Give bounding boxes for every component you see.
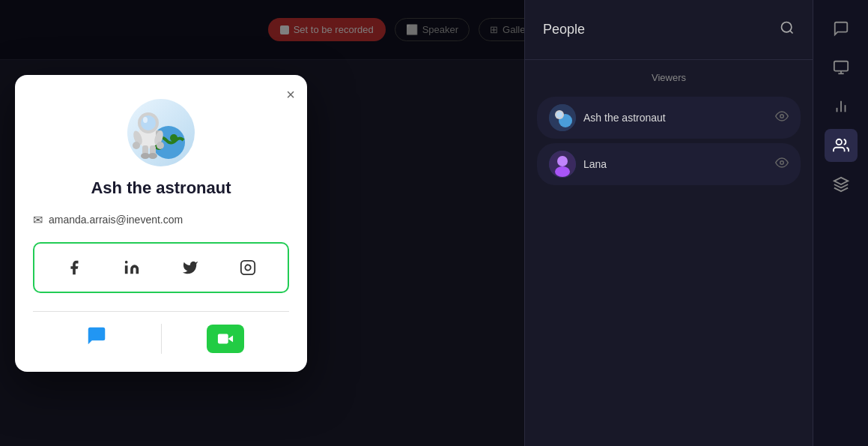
person-left: Ash the astronaut bbox=[549, 104, 666, 131]
people-panel: People Viewers Ash the astronaut bbox=[524, 0, 813, 446]
svg-point-11 bbox=[157, 142, 164, 149]
svg-line-22 bbox=[790, 31, 793, 34]
person-left: Lana bbox=[549, 151, 607, 178]
svg-point-26 bbox=[556, 112, 562, 118]
viewers-label: Viewers bbox=[525, 60, 813, 92]
svg-marker-19 bbox=[228, 335, 232, 342]
svg-point-29 bbox=[557, 156, 568, 166]
svg-rect-32 bbox=[834, 61, 847, 71]
social-links-box bbox=[33, 242, 289, 293]
people-header: People bbox=[525, 0, 813, 60]
svg-point-15 bbox=[148, 153, 157, 159]
svg-point-10 bbox=[133, 142, 140, 149]
avatar bbox=[549, 151, 576, 178]
modal-name: Ash the astronaut bbox=[33, 178, 289, 198]
chat-button[interactable] bbox=[85, 325, 108, 352]
svg-point-38 bbox=[836, 139, 841, 145]
eye-icon bbox=[775, 156, 789, 172]
sidebar-item-chat[interactable] bbox=[825, 12, 858, 45]
avatar bbox=[549, 104, 576, 131]
svg-point-5 bbox=[141, 115, 156, 130]
svg-point-2 bbox=[170, 134, 177, 142]
svg-rect-17 bbox=[241, 260, 255, 274]
chat-action bbox=[33, 325, 161, 352]
svg-point-16 bbox=[125, 260, 128, 263]
sidebar-item-screen[interactable] bbox=[825, 51, 858, 84]
eye-icon bbox=[775, 109, 789, 126]
person-name: Lana bbox=[583, 158, 607, 170]
svg-rect-20 bbox=[218, 334, 228, 343]
sidebar-item-layers[interactable] bbox=[825, 168, 858, 201]
svg-point-6 bbox=[143, 117, 148, 123]
close-button[interactable]: × bbox=[286, 87, 295, 102]
person-row[interactable]: Ash the astronaut bbox=[537, 97, 801, 139]
right-sidebar bbox=[813, 0, 868, 446]
person-name: Ash the astronaut bbox=[583, 112, 666, 124]
svg-point-31 bbox=[780, 161, 784, 165]
sidebar-item-stats[interactable] bbox=[825, 90, 858, 123]
twitter-button[interactable] bbox=[177, 254, 204, 281]
svg-point-21 bbox=[782, 22, 792, 32]
person-row[interactable]: Lana bbox=[537, 143, 801, 185]
svg-point-30 bbox=[555, 166, 570, 177]
sidebar-item-people[interactable] bbox=[825, 129, 858, 162]
facebook-button[interactable] bbox=[61, 254, 88, 281]
video-button[interactable] bbox=[207, 325, 244, 353]
modal-avatar-area bbox=[33, 99, 289, 166]
people-title: People bbox=[543, 22, 585, 37]
linkedin-button[interactable] bbox=[118, 254, 145, 281]
instagram-button[interactable] bbox=[234, 254, 261, 281]
svg-marker-39 bbox=[834, 178, 847, 184]
email-icon: ✉ bbox=[33, 213, 43, 227]
avatar bbox=[127, 99, 195, 166]
profile-modal: × bbox=[15, 75, 307, 372]
video-action bbox=[162, 325, 290, 353]
avatar-illustration bbox=[127, 99, 195, 166]
svg-point-27 bbox=[780, 115, 784, 118]
search-button[interactable] bbox=[780, 20, 795, 39]
email-address: amanda.arrais@inevent.com bbox=[49, 214, 183, 226]
modal-email-row: ✉ amanda.arrais@inevent.com bbox=[33, 213, 289, 227]
action-row bbox=[33, 311, 289, 354]
